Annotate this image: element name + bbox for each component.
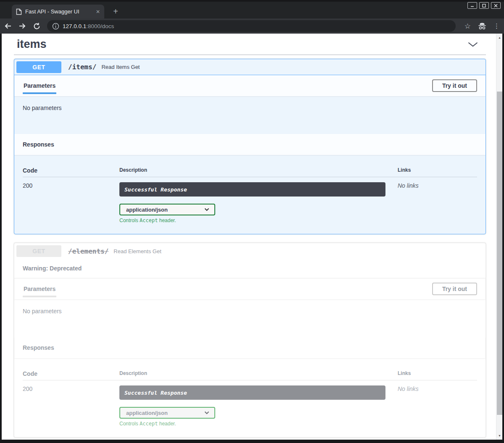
response-links: No links [398, 182, 477, 223]
chevron-down-icon[interactable] [468, 42, 478, 47]
response-code: 200 [23, 182, 119, 223]
endpoint-summary[interactable]: GET /items/ Read Items Get [14, 59, 486, 75]
browser-tab[interactable]: Fast API - Swagger UI ✕ [12, 5, 104, 18]
no-parameters-text: No parameters [23, 308, 62, 315]
accept-header-note: Controls Accept header. [119, 421, 398, 427]
method-badge: GET [16, 61, 61, 73]
close-button[interactable] [491, 2, 501, 9]
response-description-panel: Successful Response [119, 182, 385, 197]
browser-toolbar: 127.0.0.1:8000/docs ☆ ⋮ [0, 18, 504, 34]
links-header: Links [398, 370, 477, 377]
tab-close-icon[interactable]: ✕ [96, 9, 100, 15]
endpoint-get-elements-deprecated: GET /elements/ Read Elements Get Warning… [14, 243, 486, 438]
titlebar: Fast API - Swagger UI ✕ + [0, 0, 504, 18]
url-text[interactable]: 127.0.0.1:8000/docs [63, 22, 114, 30]
code-header: Code [23, 370, 119, 377]
url-path: :8000/docs [86, 23, 114, 29]
tag-divider [14, 55, 486, 55]
responses-header: Responses [14, 134, 486, 155]
maximize-button[interactable] [479, 2, 489, 9]
responses-table-header: Code Description Links [23, 167, 477, 177]
parameters-header: Parameters Try it out [14, 278, 486, 299]
media-type-select[interactable]: application/json [119, 204, 215, 215]
select-chevron-icon [204, 411, 209, 414]
endpoint-get-items: GET /items/ Read Items Get Parameters Tr… [14, 59, 486, 234]
deprecated-warning: Warning: Deprecated [14, 259, 486, 278]
select-chevron-icon [204, 208, 209, 211]
tab-title: Fast API - Swagger UI [25, 8, 92, 15]
page-content: items GET /items/ Read Items Get Paramet… [2, 34, 502, 440]
endpoint-path: /items/ [61, 63, 101, 71]
scroll-up-icon[interactable]: ▲ [496, 34, 502, 41]
description-header: Description [119, 370, 398, 377]
links-header: Links [398, 167, 477, 174]
code-header: Code [23, 167, 119, 174]
info-icon[interactable] [52, 23, 59, 30]
tab-parameters[interactable]: Parameters [23, 78, 56, 94]
window-controls [467, 2, 501, 9]
tab-parameters[interactable]: Parameters [23, 281, 56, 297]
responses-table-header: Code Description Links [23, 370, 477, 380]
responses-header: Responses [14, 337, 486, 358]
response-description-panel: Successful Response [119, 385, 385, 400]
minimize-button[interactable] [467, 2, 477, 9]
endpoint-path: /elements/ [61, 247, 113, 255]
try-it-out-button[interactable]: Try it out [432, 79, 477, 92]
scroll-down-icon[interactable]: ▼ [496, 433, 502, 439]
toolbar-actions: ☆ ⋮ [464, 18, 500, 34]
endpoint-description: Read Elements Get [113, 248, 161, 254]
parameters-header: Parameters Try it out [14, 75, 486, 96]
parameters-body: No parameters [14, 96, 486, 134]
no-parameters-text: No parameters [23, 105, 62, 111]
tag-section-header[interactable]: items [14, 37, 486, 51]
back-button[interactable] [2, 20, 14, 32]
menu-dots-icon[interactable]: ⋮ [493, 22, 500, 30]
incognito-icon [478, 22, 487, 30]
response-row: 200 Successful Response application/json [23, 380, 477, 427]
response-code: 200 [23, 385, 119, 427]
active-tab-underline [23, 296, 56, 297]
media-type-select[interactable]: application/json [119, 407, 215, 419]
responses-body: Code Description Links 200 Successful Re… [14, 155, 486, 234]
parameters-body: No parameters [14, 299, 486, 337]
active-tab-underline [23, 92, 56, 94]
method-badge: GET [16, 245, 61, 257]
response-links: No links [398, 385, 477, 427]
responses-body: Code Description Links 200 Successful Re… [14, 358, 486, 437]
responses-title: Responses [23, 141, 54, 148]
reload-button[interactable] [30, 20, 43, 32]
responses-title: Responses [23, 344, 54, 351]
media-type-value: application/json [126, 207, 168, 213]
address-bar[interactable]: 127.0.0.1:8000/docs [47, 20, 456, 32]
new-tab-button[interactable]: + [110, 6, 121, 17]
response-row: 200 Successful Response application/json [23, 177, 477, 223]
endpoint-summary[interactable]: GET /elements/ Read Elements Get [14, 243, 486, 259]
scrollbar[interactable]: ▲ ▼ [496, 34, 502, 440]
scrollbar-thumb[interactable] [497, 92, 502, 415]
description-header: Description [119, 167, 398, 174]
endpoint-description: Read Items Get [101, 64, 140, 70]
bookmark-star-icon[interactable]: ☆ [464, 22, 471, 31]
url-host: 127.0.0.1 [63, 23, 86, 29]
tag-title: items [17, 38, 47, 51]
forward-button[interactable] [16, 20, 29, 32]
try-it-out-button[interactable]: Try it out [432, 283, 477, 295]
accept-header-note: Controls Accept header. [119, 218, 398, 223]
media-type-value: application/json [126, 410, 168, 416]
page-icon [16, 8, 22, 15]
